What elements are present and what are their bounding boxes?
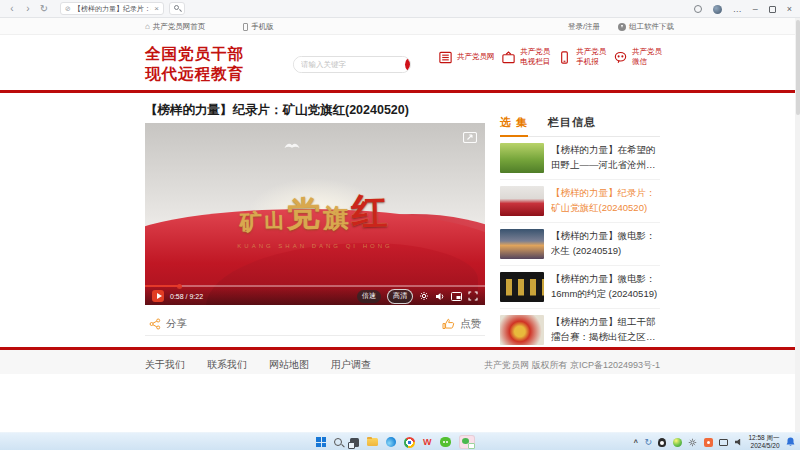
play-button[interactable] [152, 290, 164, 302]
chrome-icon[interactable] [404, 437, 415, 448]
hidden-icons-chevron[interactable]: ^ [634, 439, 638, 446]
playback-speed-button[interactable]: 倍速 [357, 290, 381, 303]
taskbar-apps: W [316, 433, 475, 450]
episode-title: 【榜样的力量】微电影：16mm的约定 (20240519) [551, 272, 660, 302]
episode-thumbnail [500, 272, 544, 302]
task-view-icon[interactable] [350, 438, 359, 447]
logo-line-2: 现代远程教育 [145, 64, 244, 84]
minimize-icon[interactable]: – [753, 0, 758, 18]
volume-icon[interactable] [435, 292, 445, 301]
mobile-version-link[interactable]: 手机版 [243, 22, 274, 32]
sidebar-tabs: 选 集 栏目信息 [500, 115, 660, 137]
link-wechat[interactable]: 共产党员微信 [613, 47, 662, 67]
site-footer: 关于我们 联系我们 网站地图 用户调查 共产党员网 版权所有 京ICP备1202… [0, 347, 800, 374]
taskbar-clock[interactable]: 12:58 周一 2024/5/20 [748, 434, 779, 450]
quality-button[interactable]: 高清 [387, 289, 413, 304]
episode-list-item[interactable]: 【榜样的力量】组工干部擂台赛：揭榜出征之区委组织部干部综… [500, 309, 660, 347]
browser-menu-icon[interactable]: … [733, 0, 742, 18]
refresh-icon[interactable]: ↻ [36, 0, 52, 18]
episode-list-item[interactable]: 【榜样的力量】微电影：水生 (20240519) [500, 223, 660, 266]
settings-gear-icon[interactable] [419, 291, 429, 301]
share-label: 分享 [166, 317, 187, 331]
close-window-icon[interactable]: × [787, 0, 792, 18]
app-ball-tray-icon[interactable] [673, 438, 682, 447]
video-overlay-pinyin: KUANG SHAN DANG QI HONG [145, 243, 485, 249]
episode-title: 【榜样的力量】在希望的田野上——河北省沧州市青县农业农村… [551, 143, 660, 173]
browser-tab[interactable]: ⊘ 【榜样的力量】纪录片：矿山… × [60, 2, 164, 15]
browser-avatar[interactable] [713, 5, 722, 14]
title-char: 旗 [323, 204, 352, 232]
link-party-website[interactable]: 共产党员网 [438, 47, 495, 67]
sidebar: 选 集 栏目信息 【榜样的力量】在希望的田野上——河北省沧州市青县农业农村… 【… [500, 115, 660, 347]
mobile-label: 手机版 [251, 22, 274, 32]
qq-tray-icon[interactable] [658, 438, 666, 447]
taskbar: W ^ ↻ 12:58 周一 2024/5/20 [0, 432, 800, 450]
search-button[interactable] [405, 56, 411, 73]
system-tray: ^ ↻ 12:58 周一 2024/5/20 [634, 433, 795, 450]
link-label: 共产党员网 [457, 52, 495, 62]
volume-tray-icon[interactable] [735, 439, 742, 446]
episode-thumbnail [500, 186, 544, 216]
wps-icon[interactable]: W [423, 438, 432, 447]
new-tab-search-button[interactable] [169, 2, 185, 15]
back-icon[interactable]: ‹ [4, 0, 20, 18]
thumbs-up-icon [442, 318, 455, 330]
settings-tray-icon[interactable] [688, 438, 697, 447]
profile-icon[interactable] [694, 5, 702, 13]
share-button[interactable]: 分享 [149, 317, 187, 331]
episode-list-item-current[interactable]: 【榜样的力量】纪录片：矿山党旗红(20240520) [500, 180, 660, 223]
link-tv-channel[interactable]: 共产党员电视栏目 [501, 47, 550, 67]
dove-icon [284, 136, 300, 154]
episode-list-item[interactable]: 【榜样的力量】在希望的田野上——河北省沧州市青县农业农村… [500, 137, 660, 180]
search-box [293, 56, 411, 73]
title-char: 山 [264, 209, 287, 231]
start-button[interactable] [316, 437, 326, 447]
taskbar-search-icon[interactable] [334, 438, 342, 446]
link-label: 共产党员 [632, 47, 662, 57]
orange-app-tray-icon[interactable] [704, 438, 713, 447]
newspaper-icon [438, 50, 453, 65]
footer-link-survey[interactable]: 用户调查 [331, 358, 371, 372]
taskbar-date: 2024/5/20 [748, 442, 779, 450]
software-download-link[interactable]: 组工软件下载 [618, 22, 674, 32]
mobile-icon [557, 50, 572, 65]
notification-bell-icon[interactable] [786, 437, 795, 447]
footer-link-about[interactable]: 关于我们 [145, 358, 185, 372]
display-tray-icon[interactable] [719, 439, 728, 446]
fullscreen-icon[interactable] [468, 291, 478, 301]
site-home-link[interactable]: ⌂ 共产党员网首页 [145, 22, 205, 32]
scrollbar-thumb[interactable] [796, 20, 800, 115]
sync-tray-icon[interactable]: ↻ [644, 438, 652, 447]
forward-icon[interactable]: › [20, 0, 36, 18]
file-explorer-icon[interactable] [367, 438, 378, 446]
link-mobile-paper[interactable]: 共产党员手机报 [557, 47, 606, 67]
login-register-link[interactable]: 登录/注册 [568, 22, 600, 32]
search-icon [174, 5, 179, 10]
tab-close-icon[interactable]: × [154, 4, 159, 13]
tab-column-info[interactable]: 栏目信息 [548, 115, 596, 130]
main-content: 【榜样的力量】纪录片：矿山党旗红(20240520) 矿山党旗红 KUANG S… [0, 93, 800, 347]
taskbar-time: 12:58 周一 [748, 434, 779, 442]
page-icon: ⊘ [65, 5, 71, 13]
title-char: 矿 [239, 209, 265, 235]
video-player[interactable]: 矿山党旗红 KUANG SHAN DANG QI HONG 0:58 / 9:2… [145, 123, 485, 305]
wechat-app-icon[interactable] [440, 437, 451, 447]
tab-episodes[interactable]: 选 集 [500, 115, 528, 130]
picture-in-picture-icon[interactable] [451, 292, 462, 301]
episode-list-item[interactable]: 【榜样的力量】微电影：16mm的约定 (20240519) [500, 266, 660, 309]
phone-icon [243, 23, 248, 31]
footer-link-sitemap[interactable]: 网站地图 [269, 358, 309, 372]
maximize-icon[interactable] [769, 6, 776, 13]
download-icon [618, 23, 626, 31]
browser-app-icon[interactable] [386, 437, 396, 447]
like-button[interactable]: 点赞 [442, 317, 481, 331]
copyright-text: 共产党员网 版权所有 京ICP备12024993号-1 [484, 359, 660, 372]
active-app-icon[interactable] [459, 435, 475, 449]
footer-link-contact[interactable]: 联系我们 [207, 358, 247, 372]
site-logo[interactable]: 全国党员干部 现代远程教育 [145, 44, 244, 84]
scrollbar[interactable] [795, 18, 800, 432]
episode-title: 【榜样的力量】组工干部擂台赛：揭榜出征之区委组织部干部综… [551, 315, 660, 345]
search-input[interactable] [294, 57, 405, 72]
cast-icon[interactable] [463, 129, 477, 147]
link-label: 共产党员 [576, 47, 606, 57]
